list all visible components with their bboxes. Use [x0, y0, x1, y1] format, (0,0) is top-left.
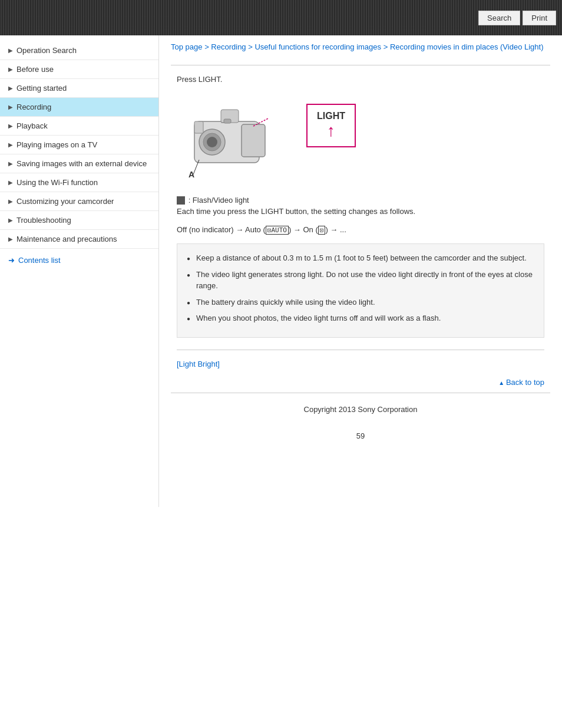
arrow-icon: ▶ — [8, 198, 13, 205]
footer-divider — [171, 393, 550, 393]
sidebar-item-label: Maintenance and precautions — [16, 235, 153, 243]
press-instruction: Press LIGHT. — [177, 75, 544, 84]
sidebar-item-label: Using the Wi-Fi function — [16, 178, 153, 187]
light-label: LIGHT — [317, 111, 345, 121]
page-number: 59 — [171, 431, 550, 452]
sidebar-item-label: Before use — [16, 65, 153, 74]
sidebar-item-wifi[interactable]: ▶ Using the Wi-Fi function — [0, 173, 158, 192]
main-content: Top page > Recording > Useful functions … — [159, 35, 562, 507]
note-item-4: When you shoot photos, the video light t… — [187, 312, 534, 324]
diagram-area: A LIGHT ↑ — [177, 92, 544, 186]
sidebar-item-getting-started[interactable]: ▶ Getting started — [0, 79, 158, 98]
arrow-icon: ▶ — [8, 141, 13, 148]
notes-box: Keep a distance of about 0.3 m to 1.5 m … — [177, 243, 544, 338]
arrow-icon: ▶ — [8, 217, 13, 223]
note-item-2: The video light generates strong light. … — [187, 269, 534, 292]
breadcrumb-useful-functions[interactable]: Useful functions for recording images — [254, 42, 381, 51]
ec-icon: ⊡ — [318, 226, 326, 235]
flash-description: : Flash/Video light — [177, 196, 544, 205]
light-up-arrow: ↑ — [317, 121, 345, 140]
sidebar-item-label: Troubleshooting — [16, 216, 153, 225]
notes-list: Keep a distance of about 0.3 m to 1.5 m … — [187, 252, 534, 324]
svg-text:A: A — [189, 170, 194, 179]
header: Search Print — [0, 0, 562, 35]
arrow-icon: ▶ — [8, 236, 13, 242]
flash-icon-square — [177, 196, 185, 205]
sidebar-item-label: Playing images on a TV — [16, 140, 153, 149]
svg-rect-7 — [224, 119, 231, 123]
contents-list-label: Contents list — [18, 256, 61, 265]
print-button[interactable]: Print — [523, 11, 556, 25]
sidebar-item-label: Saving images with an external device — [16, 159, 153, 168]
sidebar-item-saving-images[interactable]: ▶ Saving images with an external device — [0, 154, 158, 173]
sidebar-item-playing-images-tv[interactable]: ▶ Playing images on a TV — [0, 136, 158, 154]
svg-rect-6 — [242, 124, 265, 157]
sidebar-item-recording[interactable]: ▶ Recording — [0, 98, 158, 117]
sidebar-item-operation-search[interactable]: ▶ Operation Search — [0, 41, 158, 60]
copyright: Copyright 2013 Sony Corporation — [171, 399, 550, 420]
camcorder-illustration: A — [177, 92, 295, 186]
arrow-icon: ▶ — [8, 104, 13, 110]
sidebar-item-label: Recording — [16, 103, 153, 111]
light-bright-link[interactable]: [Light Bright] — [177, 360, 544, 368]
sidebar-item-troubleshooting[interactable]: ▶ Troubleshooting — [0, 211, 158, 230]
breadcrumb: Top page > Recording > Useful functions … — [171, 41, 550, 53]
sidebar-item-label: Playback — [16, 121, 153, 130]
back-to-top-icon: ▲ — [498, 380, 506, 386]
arrow-icon: ▶ — [8, 123, 13, 129]
bottom-divider — [177, 350, 544, 350]
sidebar-item-label: Operation Search — [16, 46, 153, 55]
sidebar-item-label: Getting started — [16, 84, 153, 93]
sidebar-item-before-use[interactable]: ▶ Before use — [0, 60, 158, 79]
page-layout: ▶ Operation Search ▶ Before use ▶ Gettin… — [0, 35, 562, 507]
breadcrumb-recording[interactable]: Recording — [211, 42, 246, 51]
back-to-top-link[interactable]: ▲ Back to top — [177, 378, 544, 387]
svg-point-3 — [207, 137, 217, 147]
svg-rect-11 — [194, 121, 203, 133]
top-divider — [171, 65, 550, 65]
arrow-icon: ▶ — [8, 66, 13, 73]
arrow-icon: ▶ — [8, 85, 13, 91]
ecauto-icon: ⊡AUTO — [266, 226, 289, 235]
contents-list-link[interactable]: ➜ Contents list — [0, 249, 158, 272]
light-box: LIGHT ↑ — [295, 92, 356, 136]
sidebar-item-customizing[interactable]: ▶ Customizing your camcorder — [0, 192, 158, 211]
note-item-1: Keep a distance of about 0.3 m to 1.5 m … — [187, 252, 534, 264]
arrow-icon: ▶ — [8, 160, 13, 167]
arrow-icon: ▶ — [8, 179, 13, 186]
sidebar: ▶ Operation Search ▶ Before use ▶ Gettin… — [0, 35, 159, 507]
sidebar-item-maintenance[interactable]: ▶ Maintenance and precautions — [0, 230, 158, 249]
search-button[interactable]: Search — [478, 11, 520, 25]
note-item-3: The battery drains quickly while using t… — [187, 297, 534, 308]
header-buttons: Search Print — [478, 11, 556, 25]
sidebar-item-playback[interactable]: ▶ Playback — [0, 117, 158, 136]
sidebar-item-label: Customizing your camcorder — [16, 197, 153, 206]
contents-list-arrow-icon: ➜ — [8, 256, 15, 265]
arrow-icon: ▶ — [8, 47, 13, 54]
content-body: Press LIGHT. — [171, 75, 550, 387]
sequence-detail: Off (no indicator) → Auto (⊡AUTO) → On (… — [177, 225, 544, 234]
sequence-text: Each time you press the LIGHT button, th… — [177, 207, 544, 216]
breadcrumb-top[interactable]: Top page — [171, 42, 203, 51]
breadcrumb-page-title[interactable]: Recording movies in dim places (Video Li… — [390, 42, 544, 51]
